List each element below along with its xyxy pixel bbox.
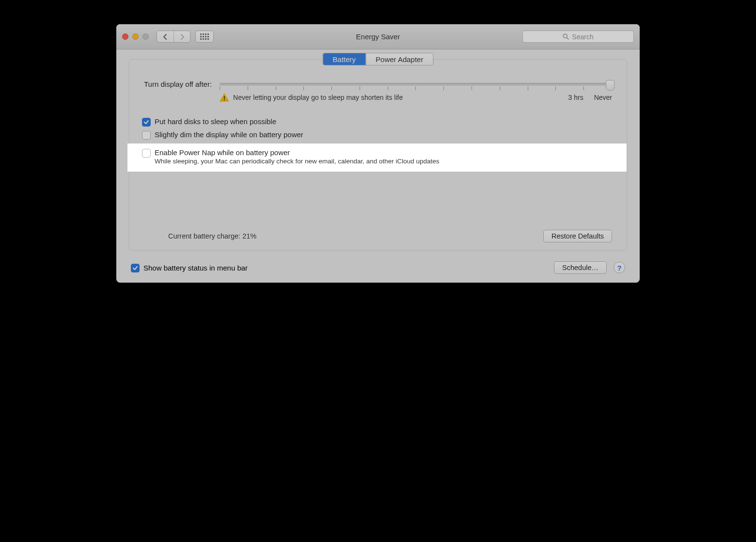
display-sleep-label: Turn display off after: xyxy=(144,80,212,88)
footer-right: Schedule… ? xyxy=(554,261,625,274)
content: Battery Power Adapter Turn display off a… xyxy=(116,49,640,283)
panel-inner: Turn display off after: xyxy=(129,60,627,242)
close-icon[interactable] xyxy=(122,33,128,40)
check-row-hard-disks: Put hard disks to sleep when possible xyxy=(142,115,612,128)
zoom-icon xyxy=(142,33,149,40)
show-all-button[interactable] xyxy=(195,31,214,43)
slider-label-3hrs: 3 hrs xyxy=(568,94,583,101)
tabs: Battery Power Adapter xyxy=(323,53,434,65)
label-power-nap: Enable Power Nap while on battery power xyxy=(155,148,440,157)
slider-ticks xyxy=(220,86,612,90)
display-sleep-slider-wrap: Never letting your display go to sleep m… xyxy=(220,80,612,102)
label-power-nap-sub: While sleeping, your Mac can periodicall… xyxy=(155,158,440,165)
back-button[interactable] xyxy=(157,31,173,42)
prefs-window: Energy Saver Search Battery Power Adapte… xyxy=(116,24,640,283)
footer-row: Show battery status in menu bar Schedule… xyxy=(129,261,627,274)
checkmark-icon xyxy=(143,119,149,125)
search-icon xyxy=(563,33,569,40)
search-placeholder: Search xyxy=(572,33,593,41)
help-button[interactable]: ? xyxy=(614,262,625,273)
forward-button[interactable] xyxy=(173,31,190,42)
restore-defaults-button[interactable]: Restore Defaults xyxy=(543,230,612,242)
toolbar: Energy Saver Search xyxy=(116,24,640,49)
panel-bottom-row: Current battery charge: 21% Restore Defa… xyxy=(144,230,612,242)
traffic-lights xyxy=(122,33,149,40)
label-show-battery: Show battery status in menu bar xyxy=(143,264,248,272)
battery-charge-label: Current battery charge: 21% xyxy=(168,232,256,240)
checkbox-show-battery[interactable] xyxy=(131,264,140,272)
warning-icon xyxy=(220,93,229,102)
display-sleep-row: Turn display off after: xyxy=(144,80,612,102)
schedule-button[interactable]: Schedule… xyxy=(554,261,607,274)
footer-left: Show battery status in menu bar xyxy=(131,263,248,272)
svg-line-1 xyxy=(567,37,569,39)
power-nap-text-block: Enable Power Nap while on battery power … xyxy=(155,148,440,165)
tab-power-adapter[interactable]: Power Adapter xyxy=(365,53,433,65)
minimize-icon[interactable] xyxy=(132,33,139,40)
svg-point-3 xyxy=(224,99,225,100)
svg-rect-2 xyxy=(224,96,225,99)
search-input[interactable]: Search xyxy=(522,31,634,43)
slider-warning-text: Never letting your display go to sleep m… xyxy=(233,94,403,101)
label-hard-disks: Put hard disks to sleep when possible xyxy=(155,117,276,126)
check-row-dim-display: Slightly dim the display while on batter… xyxy=(142,128,612,142)
check-row-power-nap: Enable Power Nap while on battery power … xyxy=(127,143,627,172)
label-dim-display: Slightly dim the display while on batter… xyxy=(155,130,303,139)
settings-panel: Battery Power Adapter Turn display off a… xyxy=(129,59,627,251)
checkbox-power-nap[interactable] xyxy=(142,149,151,158)
grid-icon xyxy=(200,33,209,40)
slider-thumb[interactable] xyxy=(606,80,614,91)
chevron-left-icon xyxy=(163,34,168,40)
nav-segment xyxy=(157,31,190,43)
checkbox-dim-display[interactable] xyxy=(142,131,151,140)
checklist: Put hard disks to sleep when possible Sl… xyxy=(142,115,612,172)
display-sleep-slider[interactable] xyxy=(220,83,612,85)
slider-warning-row: Never letting your display go to sleep m… xyxy=(220,93,612,102)
slider-label-never: Never xyxy=(594,94,612,101)
tab-battery[interactable]: Battery xyxy=(323,53,366,65)
checkmark-icon xyxy=(132,265,138,271)
checkbox-hard-disks[interactable] xyxy=(142,118,151,127)
chevron-right-icon xyxy=(180,34,185,40)
